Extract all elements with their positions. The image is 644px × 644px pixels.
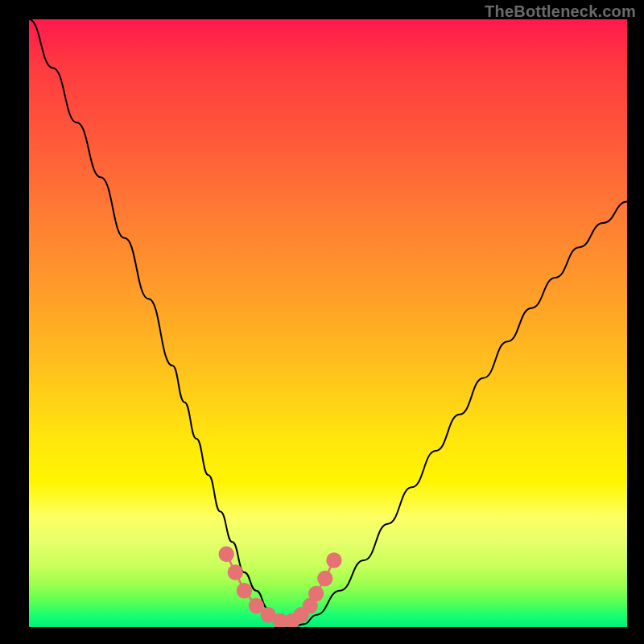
- plot-area: [29, 19, 627, 627]
- marker-dot: [237, 583, 252, 599]
- watermark-text: TheBottleneck.com: [485, 2, 636, 21]
- chart-frame: TheBottleneck.com: [0, 0, 644, 644]
- marker-dot: [219, 547, 234, 563]
- marker-dot: [228, 564, 243, 580]
- marker-dot: [308, 586, 324, 602]
- chart-svg: [29, 19, 627, 627]
- marker-dot: [317, 571, 332, 587]
- marker-dot: [326, 552, 341, 568]
- curve-line: [29, 19, 627, 627]
